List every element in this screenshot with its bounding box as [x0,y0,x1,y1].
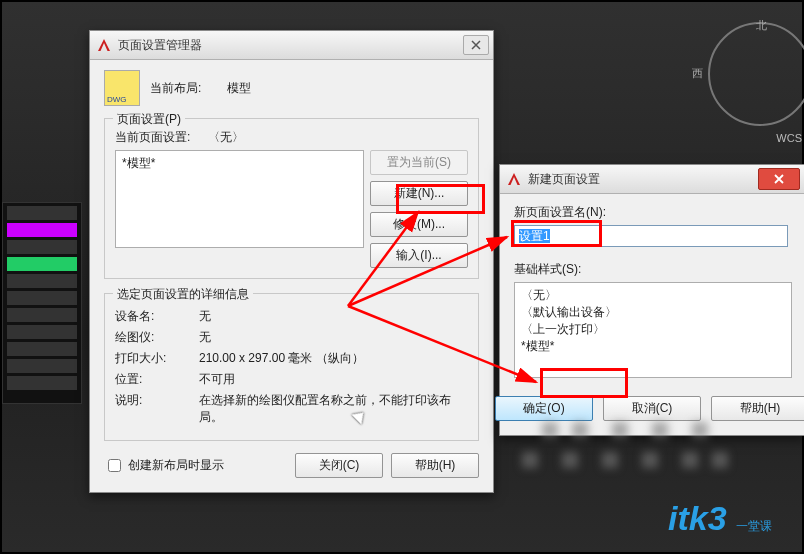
device-label: 设备名: [115,308,199,325]
current-layout-label: 当前布局: [150,80,201,97]
size-label: 打印大小: [115,350,199,367]
base-style-list[interactable]: 〈无〉 〈默认输出设备〉 〈上一次打印〉 *模型* [514,282,792,378]
dialog2-title: 新建页面设置 [528,171,758,188]
note-label: 说明: [115,392,199,426]
plotter-label: 绘图仪: [115,329,199,346]
base-style-label: 基础样式(S): [514,261,790,278]
dialog1-titlebar[interactable]: 页面设置管理器 [90,31,493,60]
modify-button[interactable]: 修改(M)... [370,212,468,237]
compass-north: 北 [756,18,767,33]
compass-west: 西 [692,66,703,81]
import-button[interactable]: 输入(I)... [370,243,468,268]
list-item[interactable]: *模型* [521,338,785,355]
show-on-new-layout-checkbox[interactable]: 创建新布局时显示 [104,456,295,475]
pos-value: 不可用 [199,371,468,388]
list-item[interactable]: 〈无〉 [521,287,785,304]
dialog2-titlebar[interactable]: 新建页面设置 [500,165,804,194]
current-page-setup-label: 当前页面设置: [115,130,190,144]
svg-marker-1 [508,173,520,185]
logo-text: itk3 [668,499,727,537]
plotter-value: 无 [199,329,468,346]
list-item[interactable]: 〈上一次打印〉 [521,321,785,338]
new-page-setup-dialog: 新建页面设置 新页面设置名(N): 设置1 基础样式(S): 〈无〉 〈默认输出… [499,164,804,436]
new-button[interactable]: 新建(N)... [370,181,468,206]
autocad-icon [96,37,112,53]
pos-label: 位置: [115,371,199,388]
current-layout-value: 模型 [227,80,251,97]
new-name-value: 设置1 [519,229,550,243]
checkbox-input[interactable] [108,459,121,472]
device-value: 无 [199,308,468,325]
blurred-decoration [522,412,742,482]
set-current-button: 置为当前(S) [370,150,468,175]
list-item[interactable]: *模型* [122,155,357,172]
new-name-input[interactable]: 设置1 [514,225,788,247]
dwg-icon [104,70,140,106]
dialog1-title: 页面设置管理器 [118,37,463,54]
size-value: 210.00 x 297.00 毫米 （纵向） [199,350,468,367]
wcs-label: WCS [776,132,802,144]
view-cube[interactable]: 北 西 [708,22,804,126]
dialog2-close-button[interactable] [758,168,800,190]
note-value: 在选择新的绘图仪配置名称之前，不能打印该布局。 [199,392,468,426]
logo-subtext: 一堂课 [736,519,772,533]
close-button[interactable]: 关闭(C) [295,453,383,478]
left-tool-panel [2,202,82,404]
close-icon [471,40,481,50]
list-item[interactable]: 〈默认输出设备〉 [521,304,785,321]
autocad-icon [506,171,522,187]
page-setup-group-label: 页面设置(P) [113,111,185,128]
page-setup-manager-dialog: 页面设置管理器 当前布局: 模型 页面设置(P) 当前页面设置: 〈无〉 *模型… [89,30,494,493]
checkbox-label: 创建新布局时显示 [128,458,224,472]
new-name-label: 新页面设置名(N): [514,204,790,221]
details-group-label: 选定页面设置的详细信息 [113,286,253,303]
help-button[interactable]: 帮助(H) [391,453,479,478]
app-background: 北 西 WCS 页面设置管理器 当前布局: 模型 页面设置(P) [0,0,804,554]
page-setup-list[interactable]: *模型* [115,150,364,248]
dialog1-close-button[interactable] [463,35,489,55]
watermark-logo: itk3 一堂课 [668,499,772,538]
current-page-setup-value: 〈无〉 [208,130,244,144]
close-icon [774,174,784,184]
svg-marker-0 [98,39,110,51]
